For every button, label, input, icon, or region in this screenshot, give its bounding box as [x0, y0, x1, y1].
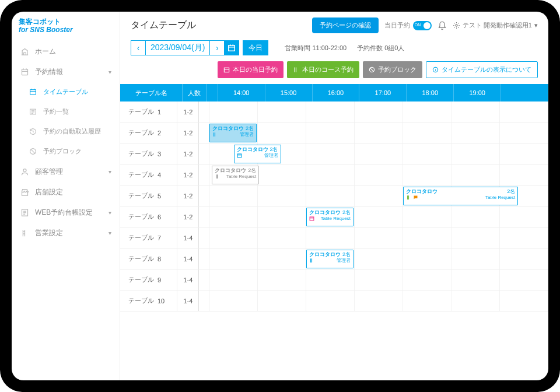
user-label: テスト 開発動作確認用1: [463, 21, 532, 30]
row-grid[interactable]: [209, 228, 548, 248]
table-row[interactable]: テーブル11-2: [120, 102, 548, 123]
row-grid[interactable]: クロコタロウ2名管理者: [209, 144, 548, 164]
reservation-icon: [20, 67, 29, 76]
nav-home[interactable]: ホーム: [12, 41, 120, 62]
label: 予約ブロック: [378, 65, 416, 74]
table-row[interactable]: テーブル41-2クロコタロウ2名Table Request: [120, 164, 548, 186]
table-row[interactable]: テーブル71-4: [120, 228, 548, 249]
table-row[interactable]: テーブル91-4: [120, 270, 548, 290]
row-grid[interactable]: [209, 270, 548, 290]
block-button[interactable]: 予約ブロック: [363, 61, 422, 78]
row-cap: 1-4: [177, 290, 199, 311]
row-grid[interactable]: クロコタロウ2名管理者: [209, 249, 548, 269]
row-grid[interactable]: クロコタロウ2名Table Request: [209, 186, 548, 206]
nav-business[interactable]: 営業設定 ▾: [12, 223, 120, 243]
svg-rect-8: [224, 68, 229, 72]
table-row[interactable]: テーブル101-4: [120, 290, 548, 312]
today-reservation-toggle[interactable]: 当日予約 ON: [384, 21, 432, 30]
page-title: タイムテーブル: [131, 19, 196, 32]
business-hours: 営業時間 11:00-22:00: [285, 44, 346, 52]
row-name: テーブル2: [120, 123, 177, 143]
nav-list[interactable]: 予約一覧: [12, 102, 120, 122]
list-icon: [28, 107, 37, 117]
booking[interactable]: クロコタロウ2名Table Request: [212, 166, 259, 184]
nav-label: 予約情報: [35, 67, 63, 77]
today-button[interactable]: 今日: [243, 40, 268, 55]
sidebar: 集客コボット for SNS Booster ホーム 予約情報 ▾ タイムテーブ…: [12, 12, 120, 380]
chevron-down-icon: ▾: [534, 22, 538, 29]
row-cap: 1-4: [177, 228, 199, 248]
block-icon: [28, 147, 37, 156]
row-name: テーブル5: [120, 186, 177, 206]
svg-rect-0: [22, 69, 27, 75]
row-spacer: [199, 164, 209, 185]
row-cap: 1-4: [177, 270, 199, 290]
nav-label: 予約一覧: [43, 107, 69, 116]
nav-web-settings[interactable]: WEB予約台帳設定 ▾: [12, 202, 120, 223]
row-grid[interactable]: クロコタロウ2名Table Request: [209, 164, 548, 185]
row-name: テーブル4: [120, 164, 177, 185]
row-name: テーブル9: [120, 270, 177, 290]
current-date[interactable]: 2023/09/04(月): [145, 40, 210, 55]
user-menu[interactable]: テスト 開発動作確認用1 ▾: [453, 21, 538, 30]
table-row[interactable]: テーブル31-2クロコタロウ2名管理者: [120, 144, 548, 164]
svg-rect-7: [229, 46, 235, 51]
cutlery-icon: [293, 66, 299, 73]
action-bar: 本日の当日予約 本日のコース予約 予約ブロック タイムテーブルの表示について: [120, 61, 548, 84]
calendar-icon: [309, 216, 314, 221]
col-hour: 15:00: [265, 84, 313, 102]
booking[interactable]: クロコタロウ2名管理者: [209, 124, 257, 142]
nav-label: 顧客管理: [35, 167, 63, 177]
same-day-button[interactable]: 本日の当日予約: [218, 61, 284, 78]
about-display-button[interactable]: タイムテーブルの表示について: [426, 61, 538, 78]
nav-timetable[interactable]: タイムテーブル: [12, 82, 120, 102]
booking[interactable]: クロコタロウ2名管理者: [234, 145, 281, 163]
label: 本日のコース予約: [302, 65, 354, 74]
row-spacer: [199, 290, 209, 311]
nav-customer[interactable]: 顧客管理 ▾: [12, 162, 120, 182]
calendar-button[interactable]: [224, 40, 239, 55]
row-cap: 1-2: [177, 123, 199, 143]
booking[interactable]: クロコタロウ2名Table Request: [403, 187, 518, 205]
next-day-button[interactable]: ›: [209, 40, 225, 55]
course-button[interactable]: 本日のコース予約: [287, 61, 359, 78]
row-spacer: [199, 206, 209, 227]
booking[interactable]: クロコタロウ2名管理者: [306, 250, 354, 268]
col-table-name: テーブル名: [120, 84, 183, 102]
nav-block[interactable]: 予約ブロック: [12, 142, 120, 162]
datebar: ‹ 2023/09/04(月) › 今日 営業時間 11:00-22:00 予約…: [120, 38, 548, 61]
row-spacer: [199, 102, 209, 122]
table-row[interactable]: テーブル21-2クロコタロウ2名管理者: [120, 123, 548, 144]
cutlery-icon: [406, 195, 411, 200]
row-grid[interactable]: [209, 290, 548, 311]
nav-reservation-info[interactable]: 予約情報 ▾: [12, 62, 120, 82]
row-grid[interactable]: [209, 102, 548, 122]
bell-icon[interactable]: [438, 21, 447, 30]
nav-store[interactable]: 店舗設定: [12, 182, 120, 202]
toggle-icon[interactable]: ON: [413, 21, 432, 30]
col-hour: 19:00: [454, 84, 501, 102]
nav-label: タイムテーブル: [43, 88, 88, 96]
timetable-icon: [28, 88, 37, 97]
nav-auto-import[interactable]: 予約の自動取込履歴: [12, 122, 120, 142]
block-icon: [369, 66, 375, 73]
nav-label: 店舗設定: [35, 187, 63, 197]
chevron-down-icon: ▾: [108, 69, 111, 75]
booking[interactable]: クロコタロウ2名Table Request: [306, 208, 354, 226]
table-row[interactable]: テーブル81-4クロコタロウ2名管理者: [120, 249, 548, 270]
table-row[interactable]: テーブル61-2クロコタロウ2名Table Request: [120, 206, 548, 228]
chat-icon: [413, 195, 418, 200]
nav-label: ホーム: [35, 47, 56, 57]
svg-point-4: [23, 169, 26, 172]
svg-rect-1: [30, 90, 36, 94]
timetable: テーブル名 人数 14:00 15:00 16:00 17:00 18:00 1…: [120, 84, 548, 380]
confirm-page-button[interactable]: 予約ページの確認: [312, 18, 379, 33]
prev-day-button[interactable]: ‹: [131, 40, 146, 55]
row-cap: 1-2: [177, 144, 199, 164]
logo-line2: for SNS Booster: [19, 26, 113, 34]
nav-label: 予約の自動取込履歴: [43, 127, 101, 136]
row-spacer: [199, 123, 209, 143]
table-row[interactable]: テーブル51-2クロコタロウ2名Table Request: [120, 186, 548, 206]
row-grid[interactable]: クロコタロウ2名管理者: [209, 123, 548, 143]
row-grid[interactable]: クロコタロウ2名Table Request: [209, 206, 548, 227]
